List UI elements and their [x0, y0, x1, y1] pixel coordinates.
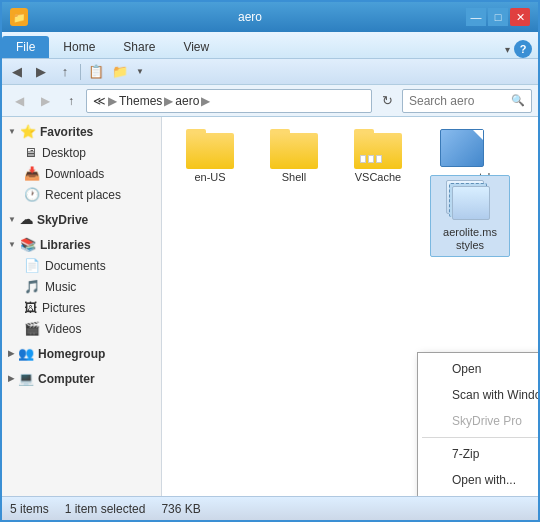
- file-label-shell: Shell: [282, 171, 306, 184]
- tab-file[interactable]: File: [2, 36, 49, 58]
- cm-open-with[interactable]: Open with...: [418, 467, 538, 493]
- close-button[interactable]: ✕: [510, 8, 530, 26]
- pictures-icon: 🖼: [24, 300, 37, 315]
- sidebar-item-documents[interactable]: 📄 Documents: [2, 255, 161, 276]
- sidebar-item-music[interactable]: 🎵 Music: [2, 276, 161, 297]
- ribbon-tabs: File Home Share View ▾ ?: [2, 32, 538, 58]
- title-bar: 📁 aero — □ ✕: [2, 2, 538, 32]
- window-icon: 📁: [10, 8, 28, 26]
- path-breadcrumb-icon: ≪: [93, 94, 106, 108]
- help-button[interactable]: ?: [514, 40, 532, 58]
- sidebar: ▼ ⭐ Favorites 🖥 Desktop 📥 Downloads 🕐 Re…: [2, 117, 162, 496]
- path-themes[interactable]: Themes: [119, 94, 162, 108]
- file-item-aerolite[interactable]: aerolite.msstyles: [430, 175, 510, 257]
- maximize-button[interactable]: □: [488, 8, 508, 26]
- sidebar-section-skydrive[interactable]: ▼ ☁ SkyDrive: [2, 209, 161, 230]
- cm-scan-icon: [430, 387, 446, 403]
- file-label-en-us: en-US: [194, 171, 225, 184]
- context-menu: Open Scan with Windows Defender SkyDrive…: [417, 352, 538, 496]
- computer-arrow: ▶: [8, 374, 14, 383]
- sidebar-item-recent[interactable]: 🕐 Recent places: [2, 184, 161, 205]
- aerolite-icon: [446, 180, 494, 224]
- recent-icon: 🕐: [24, 187, 40, 202]
- downloads-label: Downloads: [45, 167, 104, 181]
- cm-open[interactable]: Open: [418, 356, 538, 382]
- sidebar-section-computer[interactable]: ▶ 💻 Computer: [2, 368, 161, 389]
- sidebar-section-favorites[interactable]: ▼ ⭐ Favorites: [2, 121, 161, 142]
- sidebar-item-desktop[interactable]: 🖥 Desktop: [2, 142, 161, 163]
- cm-open-left: Open: [430, 361, 481, 377]
- address-path[interactable]: ≪ ▶ Themes ▶ aero ▶: [86, 89, 372, 113]
- file-item-vscache[interactable]: VSCache: [338, 125, 418, 257]
- sidebar-item-downloads[interactable]: 📥 Downloads: [2, 163, 161, 184]
- file-item-shell[interactable]: Shell: [254, 125, 334, 257]
- computer-icon: 💻: [18, 371, 34, 386]
- cm-skydrive-left: SkyDrive Pro: [430, 413, 522, 429]
- nav-up-button[interactable]: ↑: [60, 90, 82, 112]
- cm-scan[interactable]: Scan with Windows Defender: [418, 382, 538, 408]
- folder-icon-shell: [270, 129, 318, 169]
- window-title: aero: [34, 10, 466, 24]
- nav-back-button[interactable]: ◀: [8, 90, 30, 112]
- cm-sep-1: [422, 437, 538, 438]
- documents-icon: 📄: [24, 258, 40, 273]
- tab-share[interactable]: Share: [109, 36, 169, 58]
- up-button[interactable]: ↑: [54, 62, 76, 82]
- properties-button[interactable]: 📋: [85, 62, 107, 82]
- sidebar-item-pictures[interactable]: 🖼 Pictures: [2, 297, 161, 318]
- cm-open-with-left: Open with...: [430, 472, 516, 488]
- cm-7zip-label: 7-Zip: [452, 447, 479, 461]
- minimize-button[interactable]: —: [466, 8, 486, 26]
- folder-icon-vscache: [354, 129, 402, 169]
- homegroup-icon: 👥: [18, 346, 34, 361]
- toolbar-separator: [80, 64, 81, 80]
- skydrive-label: SkyDrive: [37, 213, 88, 227]
- homegroup-label: Homegroup: [38, 347, 105, 361]
- cm-7zip-left: 7-Zip: [430, 446, 479, 462]
- favorites-arrow: ▼: [8, 127, 16, 136]
- msstyle-icon-aero: [438, 129, 486, 169]
- skydrive-icon: ☁: [20, 212, 33, 227]
- search-icon: 🔍: [511, 94, 525, 107]
- file-label-aerolite: aerolite.msstyles: [443, 226, 497, 252]
- cm-scan-label: Scan with Windows Defender: [452, 388, 538, 402]
- status-bar: 5 items 1 item selected 736 KB: [2, 496, 538, 520]
- toolbar-dropdown[interactable]: ▼: [133, 62, 147, 82]
- sidebar-section-homegroup[interactable]: ▶ 👥 Homegroup: [2, 343, 161, 364]
- search-input[interactable]: [409, 94, 507, 108]
- search-box[interactable]: 🔍: [402, 89, 532, 113]
- cm-skydrive-icon: [430, 413, 446, 429]
- desktop-icon: 🖥: [24, 145, 37, 160]
- cm-skydrive-pro[interactable]: SkyDrive Pro ▶: [418, 408, 538, 434]
- homegroup-arrow: ▶: [8, 349, 14, 358]
- tab-view[interactable]: View: [169, 36, 223, 58]
- cm-open-label: Open: [452, 362, 481, 376]
- favorites-label: Favorites: [40, 125, 93, 139]
- ribbon-expand-button[interactable]: ▾: [505, 44, 510, 55]
- cm-scan-left: Scan with Windows Defender: [430, 387, 538, 403]
- refresh-button[interactable]: ↻: [376, 90, 398, 112]
- cm-open-with-label: Open with...: [452, 473, 516, 487]
- path-aero[interactable]: aero: [175, 94, 199, 108]
- videos-icon: 🎬: [24, 321, 40, 336]
- favorites-icon: ⭐: [20, 124, 36, 139]
- address-bar: ◀ ▶ ↑ ≪ ▶ Themes ▶ aero ▶ ↻ 🔍: [2, 85, 538, 117]
- title-controls: — □ ✕: [466, 8, 530, 26]
- back-button[interactable]: ◀: [6, 62, 28, 82]
- ribbon: File Home Share View ▾ ?: [2, 32, 538, 59]
- tab-home[interactable]: Home: [49, 36, 109, 58]
- new-folder-button[interactable]: 📁: [109, 62, 131, 82]
- music-icon: 🎵: [24, 279, 40, 294]
- nav-forward-button[interactable]: ▶: [34, 90, 56, 112]
- cm-7zip[interactable]: 7-Zip ▶: [418, 441, 538, 467]
- file-size: 736 KB: [161, 502, 200, 516]
- sidebar-item-videos[interactable]: 🎬 Videos: [2, 318, 161, 339]
- sidebar-section-libraries[interactable]: ▼ 📚 Libraries: [2, 234, 161, 255]
- cm-open-with-icon: [430, 472, 446, 488]
- forward-button[interactable]: ▶: [30, 62, 52, 82]
- file-label-vscache: VSCache: [355, 171, 401, 184]
- desktop-label: Desktop: [42, 146, 86, 160]
- downloads-icon: 📥: [24, 166, 40, 181]
- file-item-en-us[interactable]: en-US: [170, 125, 250, 257]
- cm-skydrive-label: SkyDrive Pro: [452, 414, 522, 428]
